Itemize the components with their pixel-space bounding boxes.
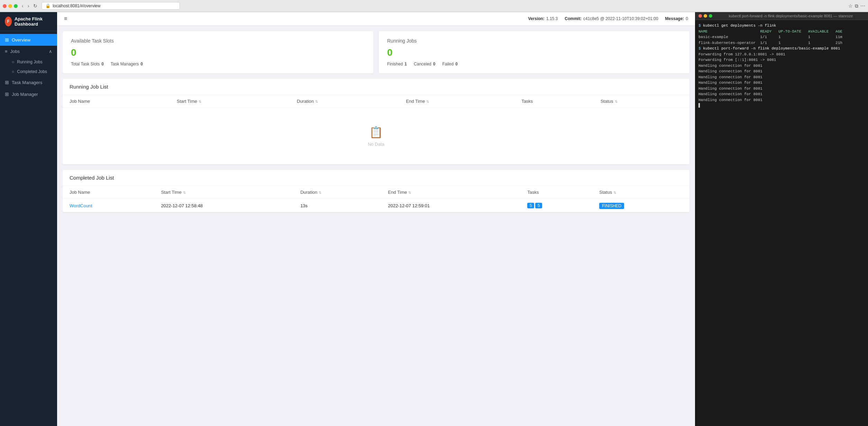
finished-label: Finished — [387, 62, 403, 66]
running-jobs-dot: ○ — [12, 60, 14, 64]
task-managers-value: 0 — [140, 62, 143, 66]
cards-row: Available Task Slots 0 Total Task Slots … — [63, 31, 689, 73]
sidebar-item-completed-jobs[interactable]: ○ Completed Jobs — [3, 67, 57, 76]
failed-value: 0 — [455, 62, 458, 66]
col-tasks-running[interactable]: Tasks — [514, 95, 594, 108]
sort-icon: ⇅ — [613, 191, 616, 194]
bookmark-icon[interactable]: ☆ — [848, 3, 853, 9]
sort-icon: ⇅ — [199, 100, 201, 103]
main-content: Available Task Slots 0 Total Task Slots … — [57, 26, 695, 426]
running-jobs-value: 0 — [387, 47, 681, 58]
available-task-slots-card: Available Task Slots 0 Total Task Slots … — [63, 31, 373, 73]
col-end-time-running[interactable]: End Time⇅ — [399, 95, 514, 108]
failed-label: Failed — [442, 62, 454, 66]
col-start-time-completed[interactable]: Start Time⇅ — [154, 186, 293, 199]
version-info: Version: 1.15.3 — [528, 16, 558, 21]
col-start-time-running[interactable]: Start Time⇅ — [170, 95, 290, 108]
duration-cell: 13s — [293, 199, 381, 212]
browser-toolbar-icons: ☆ ⧉ ⋯ — [848, 3, 865, 9]
sort-icon: ⇅ — [408, 191, 411, 194]
sidebar-completed-jobs-label: Completed Jobs — [17, 69, 47, 74]
terminal-line: Handling connection for 8081 — [698, 97, 865, 103]
task-managers-meta: Task Managers 0 — [111, 62, 143, 66]
terminal-line: Handling connection for 8081 — [698, 86, 865, 92]
running-job-list-header: Running Job List — [63, 79, 689, 95]
jobs-label: Jobs — [10, 49, 20, 54]
terminal-line: ▋ — [698, 103, 865, 109]
terminal-line: Handling connection for 8081 — [698, 69, 865, 74]
available-task-slots-title: Available Task Slots — [71, 38, 365, 44]
canceled-meta: Canceled 0 — [414, 62, 435, 66]
commit-value: c41c8e5 @ 2022-11-10T10:39:02+01:00 — [583, 16, 658, 21]
canceled-value: 0 — [433, 62, 436, 66]
completed-job-list-section: Completed Job List Job Name Start Time⇅ … — [63, 170, 689, 212]
main-area: ≡ Version: 1.15.3 Commit: c41c8e5 @ 2022… — [57, 12, 695, 426]
terminal-maximize-dot[interactable] — [709, 14, 712, 18]
reload-button[interactable]: ↻ — [32, 2, 39, 9]
end-time-cell: 2022-12-07 12:59:01 — [381, 199, 521, 212]
terminal-line: $ kubectl get deployments -n flink — [698, 23, 865, 29]
terminal-line: Handling connection for 8081 — [698, 80, 865, 86]
task-badge: 5 — [535, 203, 542, 208]
col-job-name-completed[interactable]: Job Name — [63, 186, 154, 199]
col-duration-completed[interactable]: Duration⇅ — [293, 186, 381, 199]
sidebar-item-job-manager[interactable]: ⊞ Job Manager — [0, 88, 57, 100]
sort-icon: ⇅ — [315, 100, 318, 103]
sidebar-item-running-jobs[interactable]: ○ Running Jobs — [3, 57, 57, 67]
terminal-body[interactable]: $ kubectl get deployments -n flinkNAME R… — [695, 20, 868, 426]
logo-text: Apache Flink Dashboard — [15, 16, 52, 27]
menu-icon[interactable]: ⋯ — [860, 3, 865, 9]
task-managers-label: Task Managers — [111, 62, 139, 66]
table-row[interactable]: WordCount 2022-12-07 12:58:48 13s 2022-1… — [63, 199, 689, 212]
overview-icon: ⊞ — [5, 37, 9, 43]
col-status-completed[interactable]: Status⇅ — [592, 186, 689, 199]
col-end-time-completed[interactable]: End Time⇅ — [381, 186, 521, 199]
terminal-titlebar: kubectl port-forward -n flink deployment… — [695, 12, 868, 20]
terminal-line: basic-example 1/1 1 1 11m — [698, 34, 865, 40]
terminal-close-dot[interactable] — [698, 14, 702, 18]
completed-job-table: Job Name Start Time⇅ Duration⇅ End Time⇅… — [63, 186, 689, 212]
total-task-slots-meta: Total Task Slots 0 — [71, 62, 104, 66]
terminal-panel: kubectl port-forward -n flink deployment… — [695, 12, 868, 426]
commit-info: Commit: c41c8e5 @ 2022-11-10T10:39:02+01… — [565, 16, 658, 21]
no-data-text: No Data — [76, 142, 676, 147]
sidebar-logo: F Apache Flink Dashboard — [0, 12, 57, 31]
sidebar-job-manager-label: Job Manager — [12, 92, 38, 97]
address-bar[interactable]: 🔒 localhost:8081/#/overview — [42, 2, 180, 10]
forward-button[interactable]: › — [26, 2, 31, 9]
minimize-dot[interactable] — [8, 4, 12, 8]
sort-icon: ⇅ — [615, 100, 618, 103]
sidebar-nav: ⊞ Overview ≡ Jobs ∧ ○ Running Jobs ○ Com… — [0, 31, 57, 426]
version-label: Version: — [528, 16, 545, 21]
extensions-icon[interactable]: ⧉ — [855, 3, 858, 9]
maximize-dot[interactable] — [14, 4, 18, 8]
col-duration-running[interactable]: Duration⇅ — [290, 95, 399, 108]
browser-nav: ‹ › ↻ — [20, 2, 39, 9]
topbar-info: Version: 1.15.3 Commit: c41c8e5 @ 2022-1… — [528, 16, 688, 21]
sidebar-task-managers-label: Task Managers — [12, 80, 42, 85]
terminal-line: flink-kubernetes-operator 1/1 1 1 21h — [698, 40, 865, 46]
terminal-minimize-dot[interactable] — [704, 14, 707, 18]
no-data-container: 📋 No Data — [70, 112, 683, 161]
task-managers-icon: ⊞ — [5, 80, 9, 85]
sidebar-item-overview[interactable]: ⊞ Overview — [0, 34, 57, 46]
job-name-cell: WordCount — [63, 199, 154, 212]
hamburger-button[interactable]: ≡ — [64, 16, 67, 22]
back-button[interactable]: ‹ — [20, 2, 25, 9]
total-task-slots-label: Total Task Slots — [71, 62, 100, 66]
lock-icon: 🔒 — [45, 3, 51, 8]
col-tasks-completed[interactable]: Tasks — [520, 186, 592, 199]
sidebar-item-jobs[interactable]: ≡ Jobs ∧ — [0, 46, 57, 57]
available-task-slots-meta: Total Task Slots 0 Task Managers 0 — [71, 62, 365, 66]
col-status-running[interactable]: Status⇅ — [594, 95, 689, 108]
browser-chrome: ‹ › ↻ 🔒 localhost:8081/#/overview ☆ ⧉ ⋯ — [0, 0, 868, 12]
browser-dots — [3, 4, 18, 8]
sidebar-item-task-managers[interactable]: ⊞ Task Managers — [0, 76, 57, 88]
status-badge: FINISHED — [599, 203, 624, 209]
close-dot[interactable] — [3, 4, 7, 8]
terminal-line: Handling connection for 8081 — [698, 74, 865, 80]
task-badge: 5 — [527, 203, 534, 208]
col-job-name-running[interactable]: Job Name — [63, 95, 170, 108]
start-time-cell: 2022-12-07 12:58:48 — [154, 199, 293, 212]
running-jobs-meta: Finished 1 Canceled 0 Failed 0 — [387, 62, 681, 66]
